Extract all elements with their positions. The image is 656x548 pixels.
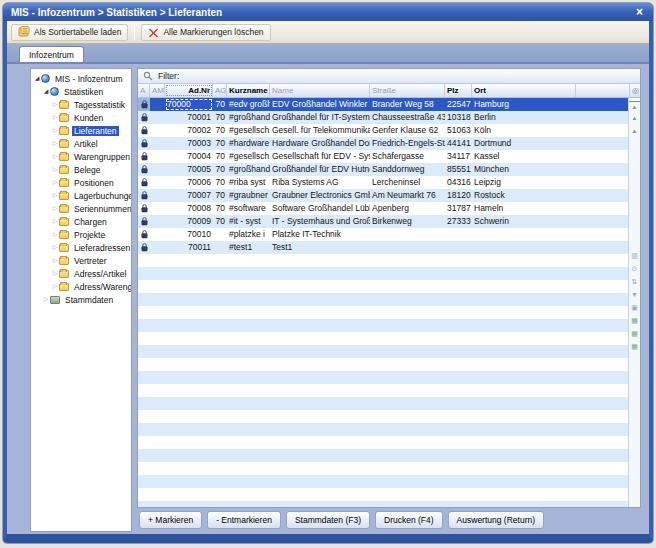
right-icon-strip: ▲▲▲▥⊙⇅▼▣▦▦▦	[628, 98, 640, 507]
select-cells-icon[interactable]: ▣	[629, 302, 640, 313]
tree-item-chargen[interactable]: ▷Chargen	[31, 215, 131, 228]
table-row[interactable]: 7000770#graubnerGraubner Electronics Gmb…	[138, 189, 630, 202]
tree-item-label: Stammdaten	[63, 295, 115, 305]
tree-item-belege[interactable]: ▷Belege	[31, 163, 131, 176]
cell-plz	[445, 228, 472, 241]
auswertung-return-button[interactable]: Auswertung (Return)	[448, 511, 544, 529]
tree-item-statistiken[interactable]: ◢Statistiken	[31, 85, 131, 98]
expand-icon[interactable]: ▷	[51, 228, 59, 241]
expand-icon[interactable]: ▷	[51, 215, 59, 228]
tree-item-positionen[interactable]: ▷Positionen	[31, 176, 131, 189]
close-icon[interactable]: ×	[634, 5, 645, 19]
table-row[interactable]: 7000370#hardwareHardware Großhandel Dort…	[138, 137, 630, 150]
drucken-f4-button[interactable]: Drucken (F4)	[375, 511, 443, 529]
column-header-a[interactable]: A	[138, 84, 150, 97]
entmarkieren-button[interactable]: - Entmarkieren	[207, 511, 281, 529]
clear-marks-button[interactable]: Alle Markierungen löschen	[141, 24, 270, 41]
tree-item-mis-infozentrum[interactable]: ◢MIS - Infozentrum	[31, 72, 131, 85]
filter-bar[interactable]: Filter:	[138, 69, 640, 84]
tree-item-vertreter[interactable]: ▷Vertreter	[31, 254, 131, 267]
table-row[interactable]: 7000070#edv großhEDV Großhandel Winkler …	[138, 98, 630, 111]
cell-am	[150, 488, 165, 501]
table-row[interactable]: 7000670#riba systRiba Systems AGLercheni…	[138, 176, 630, 189]
table-row-empty	[138, 358, 630, 371]
orb-icon	[50, 87, 59, 96]
tab-infozentrum[interactable]: Infozentrum	[19, 46, 84, 62]
expand-icon[interactable]: ▷	[51, 111, 59, 124]
expand-icon[interactable]: ▷	[42, 293, 50, 306]
tree-item-stammdaten[interactable]: ▷Stammdaten	[31, 293, 131, 306]
expand-icon[interactable]: ▷	[51, 137, 59, 150]
table-icon[interactable]: ▦	[629, 315, 640, 326]
tree-item-adress-artikel[interactable]: ▷Adress/Artikel	[31, 267, 131, 280]
cell-a	[138, 267, 150, 280]
tree-item-artikel[interactable]: ▷Artikel	[31, 137, 131, 150]
expand-icon[interactable]: ▷	[51, 254, 59, 267]
scroll-prev-icon[interactable]: ▲	[629, 126, 640, 137]
expand-icon[interactable]: ▷	[51, 150, 59, 163]
cell-filler	[576, 280, 630, 293]
table-row[interactable]: 7000470#gesellschGesellschaft für EDV - …	[138, 150, 630, 163]
expand-icon[interactable]: ▷	[51, 189, 59, 202]
scroll-first-icon[interactable]: ▲	[629, 101, 640, 113]
cell-plz	[445, 332, 472, 345]
tree-item-projekte[interactable]: ▷Projekte	[31, 228, 131, 241]
tree-item-seriennummern[interactable]: ▷Seriennummern	[31, 202, 131, 215]
expand-icon[interactable]: ▷	[51, 98, 59, 111]
tree-item-adress-warengruppen[interactable]: ▷Adress/Warengruppen	[31, 280, 131, 293]
column-chooser-icon[interactable]: ◎	[630, 84, 641, 97]
column-header-ort[interactable]: Ort	[472, 84, 576, 97]
cell-strasse: Sanddornweg	[370, 163, 445, 176]
column-header-name[interactable]: Name	[270, 84, 370, 97]
expand-icon[interactable]: ▷	[51, 280, 59, 293]
table-row[interactable]: 7000870#softwareSoftware Großhandel Lübk…	[138, 202, 630, 215]
load-sort-table-button[interactable]: Als Sortiertabelle laden	[11, 24, 128, 41]
sort-icon[interactable]: ⇅	[629, 276, 640, 287]
cell-plz	[445, 410, 472, 423]
tree-item-lieferanten[interactable]: ▷Lieferanten	[31, 124, 131, 137]
expand-icon[interactable]: ▷	[51, 241, 59, 254]
column-header-ad_nr[interactable]: Ad.Nr▼	[165, 84, 213, 97]
cell-a	[138, 176, 150, 189]
tree-item-warengruppen[interactable]: ▷Warengruppen	[31, 150, 131, 163]
column-header-kurzname[interactable]: Kurzname	[227, 84, 270, 97]
table-row[interactable]: 70011#test1Test1	[138, 241, 630, 254]
window-titlebar[interactable]: MIS - Infozentrum > Statistiken > Liefer…	[3, 3, 653, 21]
cell-ag: 70	[213, 202, 227, 215]
table-row[interactable]: 7000170#großhandeGroßhandel für IT-Syste…	[138, 111, 630, 124]
cell-am	[150, 345, 165, 358]
table-icon[interactable]: ▦	[629, 341, 640, 352]
column-header-strasse[interactable]: Straße	[370, 84, 445, 97]
tree-item-lagerbuchungen[interactable]: ▷Lagerbuchungen	[31, 189, 131, 202]
cell-ort: Dortmund	[472, 137, 576, 150]
tree-item-kunden[interactable]: ▷Kunden	[31, 111, 131, 124]
tree-item-lieferadressen[interactable]: ▷Lieferadressen	[31, 241, 131, 254]
column-header-filler[interactable]	[576, 84, 630, 97]
expand-icon[interactable]: ▷	[51, 267, 59, 280]
column-header-ag[interactable]: AG	[213, 84, 227, 97]
lock-icon	[141, 152, 148, 161]
table-row[interactable]: 7000970#it - systIT - Systemhaus und Gro…	[138, 215, 630, 228]
columns-icon[interactable]: ▥	[629, 250, 640, 261]
markieren-button[interactable]: + Markieren	[139, 511, 202, 529]
table-row[interactable]: 70010#platzke iPlatzke IT-Technik	[138, 228, 630, 241]
table-row[interactable]: 7000570#großhandeGroßhandel für EDV Hutn…	[138, 163, 630, 176]
collapse-icon[interactable]: ◢	[42, 85, 50, 98]
expand-icon[interactable]: ▷	[51, 163, 59, 176]
collapse-icon[interactable]: ◢	[33, 72, 41, 85]
search-icon[interactable]: ⊙	[629, 263, 640, 274]
table-row[interactable]: 7000270#gesellschGesell. für Telekommuni…	[138, 124, 630, 137]
expand-icon[interactable]: ▷	[51, 124, 59, 137]
cell-ort	[472, 293, 576, 306]
tree-item-tagesstatistik[interactable]: ▷Tagesstatistik	[31, 98, 131, 111]
expand-icon[interactable]: ▷	[51, 176, 59, 189]
column-header-plz[interactable]: Plz	[445, 84, 472, 97]
cell-am	[150, 228, 165, 241]
cell-ort	[472, 462, 576, 475]
expand-icon[interactable]: ▷	[51, 202, 59, 215]
filter-icon[interactable]: ▼	[629, 289, 640, 300]
table-icon[interactable]: ▦	[629, 328, 640, 339]
column-header-am[interactable]: AM	[150, 84, 165, 97]
stammdaten-f3-button[interactable]: Stammdaten (F3)	[286, 511, 370, 529]
scroll-up-icon[interactable]: ▲	[629, 113, 640, 124]
